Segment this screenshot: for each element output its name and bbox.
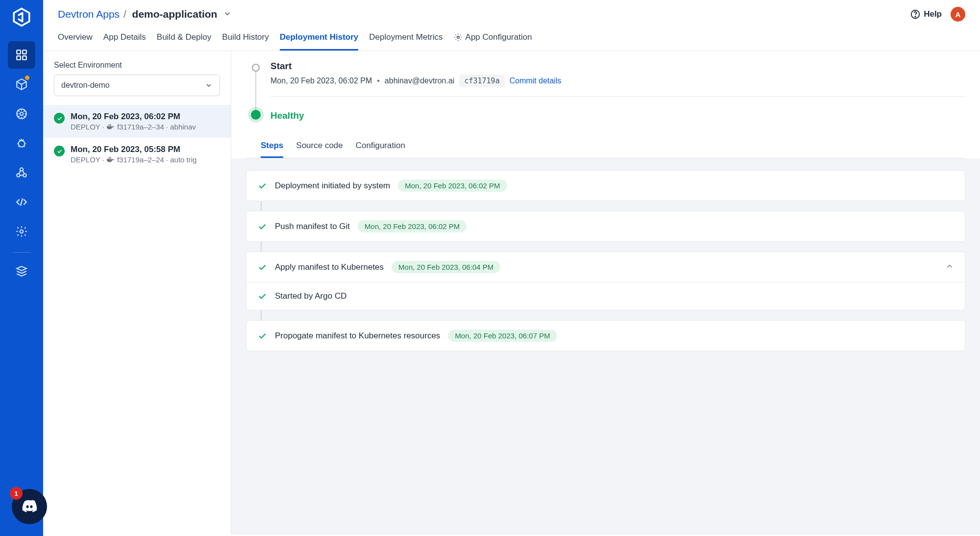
steps-list: Deployment initiated by system Mon, 20 F… [231,158,980,535]
step-title: Propogate manifest to Kubernetes resourc… [275,331,440,341]
chevron-down-icon[interactable] [223,9,232,20]
check-icon [257,262,267,272]
start-label: Start [270,61,965,72]
history-item[interactable]: Mon, 20 Feb 2023, 06:02 PM DEPLOY · f317… [43,105,231,138]
check-icon [257,222,267,231]
svg-point-10 [20,230,24,233]
nav-stack-icon[interactable] [8,257,35,285]
top-tabs: Overview App Details Build & Deploy Buil… [43,26,980,51]
subtab-source[interactable]: Source code [296,136,343,158]
nav-cube-icon[interactable] [8,71,35,98]
history-meta: DEPLOY · f31719a–2–24 · auto trig [71,155,196,164]
step-time: Mon, 20 Feb 2023, 06:07 PM [448,330,557,342]
step-title: Deployment initiated by system [275,181,390,191]
step-time: Mon, 20 Feb 2023, 06:02 PM [398,179,507,192]
chevron-down-icon [205,81,213,89]
svg-rect-22 [108,157,109,158]
nav-divider [13,252,30,253]
help-label: Help [924,9,942,19]
breadcrumb: Devtron Apps / demo-application Help A [43,0,980,26]
svg-rect-0 [17,50,21,54]
discord-button[interactable]: 1 [12,489,47,524]
svg-rect-17 [108,124,109,125]
step-card[interactable]: Propogate manifest to Kubernetes resourc… [246,320,965,351]
step-connector [261,310,262,320]
svg-rect-3 [23,56,26,60]
svg-rect-18 [110,124,111,125]
step-connector [261,242,262,252]
step-time: Mon, 20 Feb 2023, 06:04 PM [392,261,500,273]
svg-rect-23 [110,157,111,158]
success-icon [54,146,65,156]
tab-deployment-history[interactable]: Deployment History [280,26,359,51]
step-card[interactable]: Deployment initiated by system Mon, 20 F… [246,170,965,201]
check-icon [257,291,267,301]
svg-point-13 [457,36,459,39]
step-connector [261,201,262,211]
subtab-steps[interactable]: Steps [261,136,283,158]
tab-deployment-metrics[interactable]: Deployment Metrics [369,26,442,51]
commit-hash: cf31719a [459,75,504,87]
svg-rect-2 [17,56,21,60]
nav-apps-icon[interactable] [8,41,35,69]
nav-cluster-icon[interactable] [8,159,35,186]
svg-point-8 [17,174,20,177]
env-selected: devtron-demo [61,81,110,90]
timeline-rail [251,64,261,120]
step-card[interactable]: Apply manifest to Kubernetes Mon, 20 Feb… [246,252,965,310]
chevron-up-icon[interactable] [945,262,954,272]
nav-settings-icon[interactable] [8,218,35,245]
history-item[interactable]: Mon, 20 Feb 2023, 05:58 PM DEPLOY · f317… [43,138,231,171]
step-time: Mon, 20 Feb 2023, 06:02 PM [358,220,466,232]
svg-point-12 [915,16,915,17]
docker-icon [106,124,115,130]
breadcrumb-current: demo-application [132,8,218,20]
step-title: Apply manifest to Kubernetes [275,262,384,272]
nav-bug-icon[interactable] [8,129,35,157]
health-status: Healthy [270,110,304,121]
tab-app-configuration[interactable]: App Configuration [454,26,532,51]
env-select[interactable]: devtron-demo [54,75,220,96]
svg-point-9 [23,174,26,177]
docker-icon [106,156,115,163]
deploy-timestamp: Mon, 20 Feb 2023, 06:02 PM [270,77,372,85]
check-icon [257,331,267,341]
step-sub-title: Started by Argo CD [275,291,346,301]
timeline-health-node [251,110,261,120]
tab-build-history[interactable]: Build History [222,26,269,51]
nav-notification-dot [25,76,29,80]
detail-panel: Start Mon, 20 Feb 2023, 06:02 PM • abhin… [231,51,980,535]
deploy-author: abhinav@devtron.ai [385,77,455,85]
env-label: Select Environment [43,51,231,75]
breadcrumb-root[interactable]: Devtron Apps [58,8,120,20]
avatar[interactable]: A [951,7,965,22]
nav-helm-icon[interactable] [8,100,35,128]
history-panel: Select Environment devtron-demo Mon, 20 … [43,51,231,535]
history-title: Mon, 20 Feb 2023, 06:02 PM [71,112,196,122]
subtab-config[interactable]: Configuration [356,136,405,158]
tab-app-configuration-label: App Configuration [466,32,532,42]
step-substep: Started by Argo CD [246,282,965,310]
check-icon [257,181,267,191]
gear-icon [454,33,463,42]
history-title: Mon, 20 Feb 2023, 05:58 PM [71,145,196,154]
step-card[interactable]: Push manifest to Git Mon, 20 Feb 2023, 0… [246,211,965,242]
svg-point-4 [20,112,24,116]
nav-rail [0,0,43,536]
nav-code-icon[interactable] [8,188,35,216]
tab-app-details[interactable]: App Details [103,26,146,51]
commit-details-link[interactable]: Commit details [510,77,562,85]
tab-build-deploy[interactable]: Build & Deploy [157,26,212,51]
help-button[interactable]: Help [910,9,942,20]
sub-tabs: Steps Source code Configuration [246,136,965,158]
top-header: Devtron Apps / demo-application Help A O… [43,0,980,51]
step-title: Push manifest to Git [275,222,350,231]
history-meta: DEPLOY · f31719a–2–34 · abhinav [71,123,196,131]
timeline-start-node [252,64,260,72]
svg-rect-1 [23,50,26,54]
tab-overview[interactable]: Overview [58,26,93,51]
success-icon [54,113,65,124]
discord-badge: 1 [10,487,23,500]
breadcrumb-sep: / [121,8,129,20]
devtron-logo[interactable] [11,7,32,27]
